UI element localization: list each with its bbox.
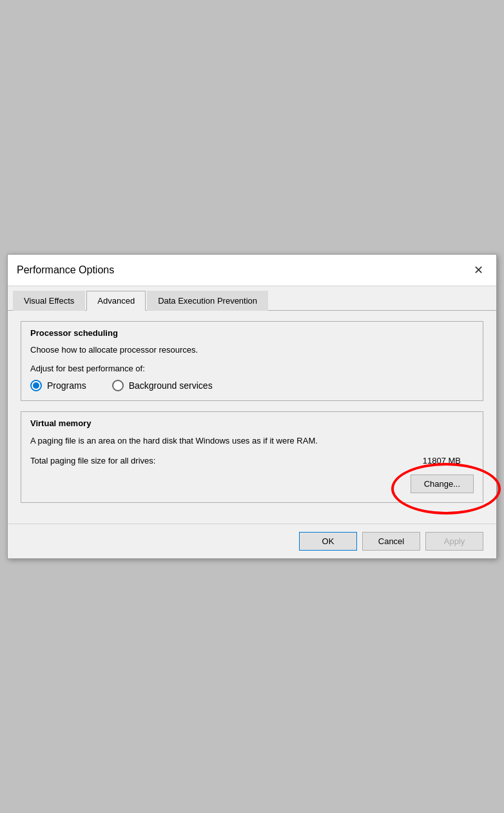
apply-button[interactable]: Apply bbox=[425, 532, 483, 551]
tab-content: Processor scheduling Choose how to alloc… bbox=[8, 311, 496, 524]
tabs-bar: Visual Effects Advanced Data Execution P… bbox=[8, 286, 496, 311]
radio-background-services[interactable]: Background services bbox=[112, 380, 213, 391]
vm-size-label: Total paging file size for all drives: bbox=[30, 456, 155, 465]
virtual-memory-desc: A paging file is an area on the hard dis… bbox=[30, 435, 474, 447]
vm-bottom-row: Change... bbox=[30, 475, 474, 493]
adjust-label: Adjust for best performance of: bbox=[30, 364, 474, 373]
dialog-footer: OK Cancel Apply bbox=[8, 524, 496, 558]
radio-background-services-circle bbox=[112, 380, 124, 391]
processor-scheduling-section: Processor scheduling Choose how to alloc… bbox=[21, 321, 483, 401]
tab-data-execution-prevention[interactable]: Data Execution Prevention bbox=[147, 291, 268, 311]
virtual-memory-section: Virtual memory A paging file is an area … bbox=[21, 411, 483, 504]
radio-programs[interactable]: Programs bbox=[30, 380, 86, 391]
performance-options-dialog: Performance Options ✕ Visual Effects Adv… bbox=[7, 254, 497, 560]
vm-size-row: Total paging file size for all drives: 1… bbox=[30, 456, 474, 465]
radio-background-services-label: Background services bbox=[129, 380, 213, 391]
processor-scheduling-desc: Choose how to allocate processor resourc… bbox=[30, 344, 474, 356]
title-bar: Performance Options ✕ bbox=[8, 255, 496, 286]
virtual-memory-content: A paging file is an area on the hard dis… bbox=[21, 432, 483, 503]
dialog-title: Performance Options bbox=[17, 264, 114, 276]
processor-scheduling-content: Choose how to allocate processor resourc… bbox=[21, 342, 483, 400]
cancel-button[interactable]: Cancel bbox=[362, 532, 420, 551]
close-button[interactable]: ✕ bbox=[469, 261, 487, 279]
vm-size-value: 11807 MB bbox=[423, 456, 461, 465]
tab-advanced[interactable]: Advanced bbox=[86, 291, 146, 311]
radio-group: Programs Background services bbox=[30, 380, 474, 391]
tab-visual-effects[interactable]: Visual Effects bbox=[13, 291, 85, 311]
change-btn-wrapper: Change... bbox=[411, 475, 474, 493]
radio-programs-circle bbox=[30, 380, 42, 391]
processor-scheduling-title: Processor scheduling bbox=[21, 322, 483, 342]
virtual-memory-title: Virtual memory bbox=[21, 412, 483, 432]
ok-button[interactable]: OK bbox=[299, 532, 357, 551]
radio-programs-label: Programs bbox=[47, 380, 86, 391]
change-button[interactable]: Change... bbox=[411, 475, 474, 493]
